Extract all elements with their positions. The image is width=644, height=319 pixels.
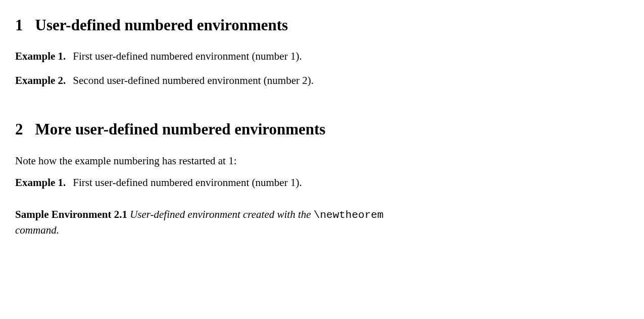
sample-env-text-before: User-defined environment created with th… bbox=[130, 208, 314, 220]
section-2-title: More user-defined numbered environments bbox=[35, 120, 326, 138]
example-label: Example 2. bbox=[15, 74, 66, 86]
example-text: First user-defined numbered environment … bbox=[73, 50, 302, 62]
section-1-heading: 1User-defined numbered environments bbox=[15, 14, 629, 36]
example-text: Second user-defined numbered environment… bbox=[73, 74, 314, 86]
sample-env-label: Sample Environment 2.1 bbox=[15, 208, 127, 220]
sample-environment: Sample Environment 2.1 User-defined envi… bbox=[15, 207, 629, 237]
sample-env-text-after: command. bbox=[15, 224, 59, 236]
section-2-number: 2 bbox=[15, 118, 23, 140]
section-2-heading: 2More user-defined numbered environments bbox=[15, 118, 629, 140]
section-1-number: 1 bbox=[15, 14, 23, 36]
example-label: Example 1. bbox=[15, 176, 66, 189]
example-item: Example 1.First user-defined numbered en… bbox=[15, 175, 629, 190]
example-item: Example 2.Second user-defined numbered e… bbox=[15, 73, 629, 88]
sample-env-command: \newtheorem bbox=[314, 209, 384, 221]
example-label: Example 1. bbox=[15, 50, 66, 62]
example-text: First user-defined numbered environment … bbox=[73, 176, 302, 189]
section-2-note: Note how the example numbering has resta… bbox=[15, 154, 629, 168]
example-item: Example 1.First user-defined numbered en… bbox=[15, 49, 629, 64]
section-1-title: User-defined numbered environments bbox=[35, 16, 288, 34]
